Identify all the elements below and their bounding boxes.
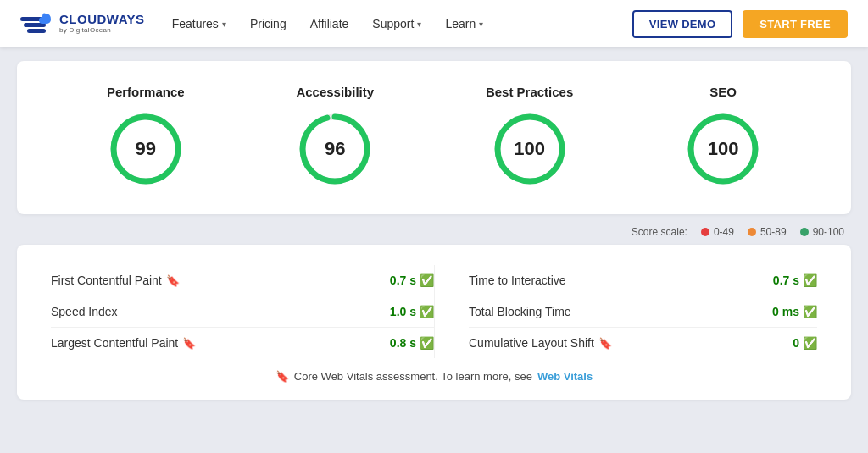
metric-value: 0.8 s ✅: [375, 336, 434, 350]
check-icon: ✅: [803, 305, 817, 318]
navbar-actions: VIEW DEMO START FREE: [632, 10, 848, 38]
metric-row: First Contentful Paint 🔖 0.7 s ✅: [51, 265, 434, 296]
chevron-down-icon: ▾: [417, 19, 421, 29]
chevron-down-icon: ▾: [479, 19, 483, 29]
metric-value: 0.7 s ✅: [375, 273, 434, 287]
scale-item-low: 0-49: [701, 226, 734, 238]
scale-dot-mid: [748, 228, 756, 236]
metric-value: 0 ms ✅: [758, 305, 817, 318]
cloudways-logo-icon: [20, 12, 53, 36]
score-label: Best Practices: [486, 85, 573, 99]
nav-learn[interactable]: Learn ▾: [445, 17, 483, 30]
start-free-button[interactable]: START FREE: [743, 10, 848, 38]
score-item: Best Practices 100: [486, 85, 573, 187]
scale-dot-low: [701, 228, 709, 236]
bookmark-icon: 🔖: [166, 274, 180, 287]
metric-value: 0.7 s ✅: [758, 273, 817, 287]
view-demo-button[interactable]: VIEW DEMO: [632, 10, 733, 38]
score-item: Performance 99: [107, 85, 185, 187]
score-scale: Score scale: 0-49 50-89 90-100: [17, 226, 851, 238]
logo-cloudways: CLOUDWAYS: [59, 13, 145, 27]
score-circle: 96: [297, 111, 373, 187]
check-icon: ✅: [803, 273, 817, 287]
metric-name: Total Blocking Time: [469, 305, 758, 318]
svg-rect-2: [27, 29, 46, 33]
bookmark-icon: 🔖: [275, 370, 289, 383]
metric-name: Time to Interactive: [469, 273, 758, 287]
metric-row: Total Blocking Time 0 ms ✅: [469, 296, 817, 328]
metric-name: Largest Contentful Paint 🔖: [51, 336, 375, 350]
metrics-card: First Contentful Paint 🔖 0.7 s ✅ Speed I…: [17, 245, 851, 400]
score-number: 99: [136, 138, 156, 160]
nav-pricing[interactable]: Pricing: [250, 17, 287, 30]
scale-label-low: 0-49: [714, 226, 734, 238]
metric-row: Speed Index 1.0 s ✅: [51, 296, 434, 328]
nav-support[interactable]: Support ▾: [372, 17, 421, 30]
score-number: 100: [514, 138, 545, 160]
scale-label-mid: 50-89: [760, 226, 787, 238]
metric-value: 0 ✅: [758, 336, 817, 350]
score-circle: 99: [108, 111, 184, 187]
logo-digitalocean: by DigitalOcean: [59, 27, 145, 35]
bookmark-icon: 🔖: [182, 337, 196, 350]
score-circle: 100: [492, 111, 568, 187]
main-content: Performance 99 Accessibility 96 Best Pra…: [0, 47, 868, 453]
metric-row: Largest Contentful Paint 🔖 0.8 s ✅: [51, 328, 434, 358]
bookmark-icon: 🔖: [598, 337, 612, 350]
metrics-footer: 🔖 Core Web Vitals assessment. To learn m…: [51, 370, 817, 383]
scale-item-mid: 50-89: [748, 226, 787, 238]
check-icon: ✅: [420, 336, 434, 350]
scores-card: Performance 99 Accessibility 96 Best Pra…: [17, 61, 851, 214]
metric-name: Cumulative Layout Shift 🔖: [469, 336, 758, 350]
logo-text: CLOUDWAYS by DigitalOcean: [59, 13, 145, 34]
check-icon: ✅: [803, 336, 817, 350]
nav-affiliate[interactable]: Affiliate: [310, 17, 349, 30]
metrics-left-col: First Contentful Paint 🔖 0.7 s ✅ Speed I…: [51, 265, 434, 358]
metrics-right-col: Time to Interactive 0.7 s ✅ Total Blocki…: [434, 265, 817, 358]
score-item: SEO 100: [685, 85, 761, 187]
navbar: CLOUDWAYS by DigitalOcean Features ▾ Pri…: [0, 0, 868, 47]
score-number: 96: [325, 138, 345, 160]
metric-row: Time to Interactive 0.7 s ✅: [469, 265, 817, 296]
web-vitals-link[interactable]: Web Vitals: [537, 370, 593, 383]
score-label: SEO: [709, 85, 737, 99]
score-label: Accessibility: [296, 85, 374, 99]
scale-label: Score scale:: [632, 226, 687, 238]
scale-item-high: 90-100: [800, 226, 844, 238]
check-icon: ✅: [420, 305, 434, 318]
nav-features[interactable]: Features ▾: [172, 17, 226, 30]
scale-dot-high: [800, 228, 809, 236]
metric-value: 1.0 s ✅: [375, 305, 434, 318]
score-item: Accessibility 96: [296, 85, 374, 187]
logo: CLOUDWAYS by DigitalOcean: [20, 12, 145, 36]
scale-label-high: 90-100: [813, 226, 844, 238]
metric-name: First Contentful Paint 🔖: [51, 273, 375, 287]
metric-row: Cumulative Layout Shift 🔖 0 ✅: [469, 328, 817, 358]
score-circle: 100: [685, 111, 761, 187]
check-icon: ✅: [420, 273, 434, 287]
footer-note: Core Web Vitals assessment. To learn mor…: [294, 370, 532, 383]
score-number: 100: [708, 138, 739, 160]
chevron-down-icon: ▾: [222, 19, 226, 29]
score-label: Performance: [107, 85, 185, 99]
metrics-grid: First Contentful Paint 🔖 0.7 s ✅ Speed I…: [51, 265, 817, 358]
nav-menu: Features ▾ Pricing Affiliate Support ▾ L…: [172, 17, 632, 30]
metric-name: Speed Index: [51, 305, 375, 318]
